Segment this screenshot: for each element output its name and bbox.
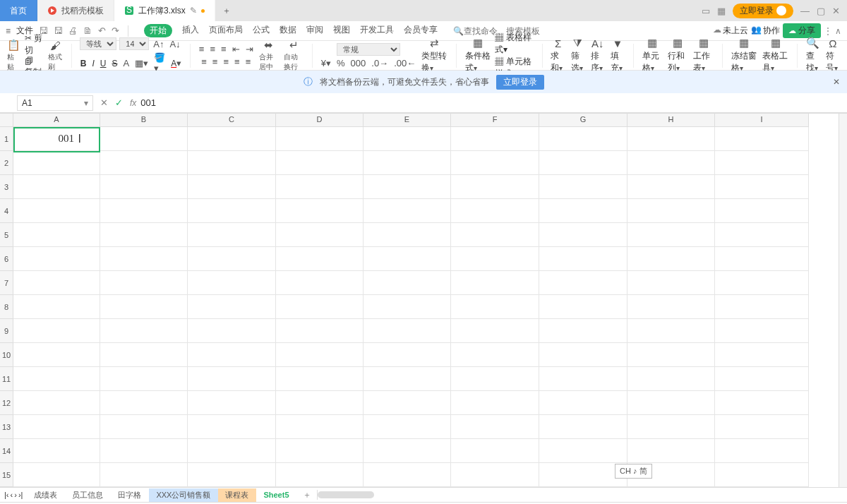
cell-E5[interactable] — [364, 223, 451, 247]
confirm-icon[interactable]: ✓ — [115, 97, 123, 108]
select-all-corner[interactable] — [0, 114, 13, 127]
cell-button[interactable]: ▦单元格▾ — [641, 37, 663, 74]
cell-H4[interactable] — [627, 199, 715, 223]
cell-F1[interactable] — [451, 127, 539, 151]
row-header-3[interactable]: 3 — [0, 175, 13, 199]
new-tab-button[interactable]: ＋ — [215, 5, 238, 17]
cell-H11[interactable] — [627, 367, 715, 391]
maximize-icon[interactable]: ▢ — [817, 6, 825, 16]
cell-G3[interactable] — [539, 175, 627, 199]
sheet-last-icon[interactable]: ›| — [18, 491, 23, 499]
wrap-button[interactable]: ↵自动换行 — [282, 39, 305, 72]
cell-E1[interactable] — [364, 127, 451, 151]
cell-D2[interactable] — [276, 151, 364, 175]
cell-C3[interactable] — [188, 175, 276, 199]
formula-input[interactable] — [140, 97, 847, 108]
worksheet-button[interactable]: ▦工作表▾ — [692, 37, 714, 74]
print-icon[interactable]: 🖨 — [68, 25, 78, 36]
cell-G7[interactable] — [539, 271, 627, 295]
cell-H10[interactable] — [627, 343, 715, 367]
col-header-D[interactable]: D — [276, 114, 364, 127]
comma-icon[interactable]: 000 — [349, 58, 368, 68]
nav-member[interactable]: 会员专享 — [404, 24, 438, 37]
cell-H3[interactable] — [627, 175, 715, 199]
cell-E12[interactable] — [364, 391, 451, 415]
cell-E3[interactable] — [364, 175, 451, 199]
find-button[interactable]: 🔍查找▾ — [805, 37, 822, 74]
decimal-dec-icon[interactable]: .00← — [392, 58, 417, 68]
sheet-tab-6[interactable]: Sheet5 — [256, 489, 296, 500]
col-header-H[interactable]: H — [627, 114, 715, 127]
sheet-tab-5[interactable]: 课程表 — [218, 488, 256, 502]
nav-devtools[interactable]: 开发工具 — [360, 24, 394, 37]
cell-C1[interactable] — [188, 127, 276, 151]
cell-A4[interactable] — [13, 199, 100, 223]
row-col-button[interactable]: ▦行和列▾ — [666, 37, 689, 74]
cell-F11[interactable] — [451, 367, 539, 391]
cell-B12[interactable] — [100, 391, 188, 415]
cell-B1[interactable] — [100, 127, 188, 151]
cooperate-button[interactable]: 👥 协作 — [751, 25, 780, 37]
col-header-I[interactable]: I — [715, 114, 809, 127]
font-shrink-icon[interactable]: A↓ — [168, 39, 181, 49]
cut-button[interactable]: ✂ 剪切 — [25, 32, 44, 56]
nav-formula[interactable]: 公式 — [253, 24, 270, 37]
cell-F13[interactable] — [451, 415, 539, 439]
cell-C6[interactable] — [188, 247, 276, 271]
cell-E8[interactable] — [364, 295, 451, 319]
cell-A12[interactable] — [13, 391, 100, 415]
cell-B2[interactable] — [100, 151, 188, 175]
font-grow-icon[interactable]: A↑ — [152, 39, 165, 49]
cell-B7[interactable] — [100, 271, 188, 295]
sheet-tab-2[interactable]: 员工信息 — [65, 488, 111, 502]
cell-C10[interactable] — [188, 343, 276, 367]
cell-A1[interactable]: 001I — [13, 127, 100, 151]
cell-G6[interactable] — [539, 247, 627, 271]
cell-D4[interactable] — [276, 199, 364, 223]
cell-I9[interactable] — [715, 319, 809, 343]
align-left-icon[interactable]: ≡ — [200, 56, 208, 67]
italic-button[interactable]: I — [90, 58, 95, 68]
tab-home[interactable]: 首页 — [0, 0, 37, 21]
cell-E6[interactable] — [364, 247, 451, 271]
nav-data[interactable]: 数据 — [280, 24, 296, 37]
cell-G4[interactable] — [539, 199, 627, 223]
tab-template[interactable]: 找稻壳模板 — [37, 0, 114, 21]
collapse-ribbon-icon[interactable]: ∧ — [835, 26, 841, 36]
cell-I3[interactable] — [715, 175, 809, 199]
nav-view[interactable]: 视图 — [333, 24, 350, 37]
cell-D3[interactable] — [276, 175, 364, 199]
cell-H5[interactable] — [627, 223, 715, 247]
cell-H2[interactable] — [627, 151, 715, 175]
cell-F9[interactable] — [451, 319, 539, 343]
login-now-button[interactable]: 立即登录 — [496, 75, 544, 90]
cell-B4[interactable] — [100, 199, 188, 223]
font-name-select[interactable]: 等线 — [80, 37, 116, 50]
cell-F14[interactable] — [451, 439, 539, 463]
cell-G12[interactable] — [539, 391, 627, 415]
cell-E7[interactable] — [364, 271, 451, 295]
cell-F7[interactable] — [451, 271, 539, 295]
filter-button[interactable]: ⧩筛选▾ — [570, 37, 587, 74]
cell-D14[interactable] — [276, 439, 364, 463]
cell-B15[interactable] — [100, 463, 188, 487]
row-header-10[interactable]: 10 — [0, 343, 13, 367]
cancel-icon[interactable]: ✕ — [100, 97, 108, 108]
share-button[interactable]: ☁ 分享 — [783, 23, 821, 38]
cell-E11[interactable] — [364, 367, 451, 391]
decimal-inc-icon[interactable]: .0→ — [370, 58, 390, 68]
cell-I1[interactable] — [715, 127, 809, 151]
cell-E15[interactable] — [364, 463, 451, 487]
close-icon[interactable]: ✕ — [832, 6, 840, 16]
cell-E13[interactable] — [364, 415, 451, 439]
cell-G9[interactable] — [539, 319, 627, 343]
freeze-button[interactable]: ▦冻结窗格▾ — [730, 37, 759, 74]
more-icon[interactable]: ⋮ — [824, 26, 832, 36]
nav-review[interactable]: 审阅 — [306, 24, 323, 37]
cell-A9[interactable] — [13, 319, 100, 343]
cell-I7[interactable] — [715, 271, 809, 295]
sum-button[interactable]: Σ求和▾ — [549, 37, 566, 74]
login-button[interactable]: 立即登录 — [733, 4, 793, 18]
sheet-tab-1[interactable]: 成绩表 — [27, 488, 65, 502]
cell-A7[interactable] — [13, 271, 100, 295]
